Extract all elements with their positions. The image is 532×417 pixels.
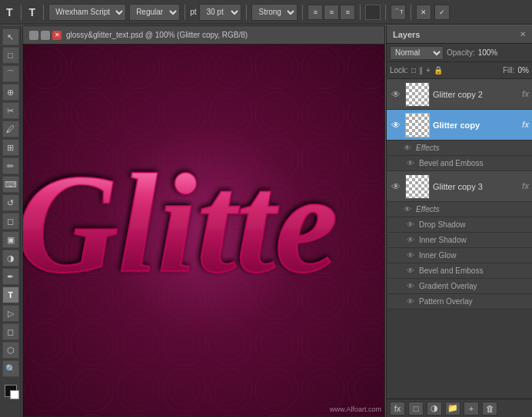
layer-thumbnail-active (405, 113, 430, 137)
lock-icon-3[interactable]: + (426, 66, 431, 74)
effect-name-drop-shadow: Drop Shadow (419, 220, 466, 229)
3d-tool[interactable]: ⬡ (2, 342, 19, 359)
effect-row-bevel-emboss-1[interactable]: 👁 Bevel and Emboss (387, 156, 532, 171)
effect-eye-inner-glow[interactable]: 👁 (405, 250, 416, 261)
blend-mode-select[interactable]: Normal (390, 46, 444, 60)
layers-panel-title: Layers (393, 30, 420, 39)
lock-icon-4[interactable]: 🔒 (434, 66, 443, 74)
clone-tool[interactable]: ⌨ (2, 176, 19, 193)
dodge-tool[interactable]: ◑ (2, 250, 19, 266)
layer-adjustment-btn[interactable]: ◑ (427, 402, 442, 415)
align-group: ≡ ≡ ≡ (308, 5, 355, 20)
move-tool[interactable]: ↖ (2, 28, 19, 45)
pen-tool[interactable]: ✒ (2, 268, 19, 285)
effect-row-gradient-overlay[interactable]: 👁 Gradient Overlay (387, 279, 532, 294)
lock-icon-2[interactable]: ∥ (419, 66, 423, 74)
sep-8 (411, 5, 411, 20)
effect-row-inner-glow[interactable]: 👁 Inner Glow (387, 248, 532, 263)
align-left-btn[interactable]: ≡ (308, 5, 323, 20)
doc-minimize-btn[interactable] (29, 31, 38, 40)
effect-row-bevel-emboss-2[interactable]: 👁 Bevel and Emboss (387, 263, 532, 279)
quick-select-tool[interactable]: ⊕ (2, 84, 19, 101)
layer-new-btn[interactable]: + (464, 402, 479, 415)
font-size-icon: pt (190, 8, 196, 16)
layer-fx-badge-3[interactable]: fx (522, 182, 529, 190)
warp-btn[interactable]: ⌒T (391, 5, 406, 20)
color-tools (5, 385, 17, 399)
font-style-select[interactable]: Regular (129, 4, 180, 21)
layer-group-btn[interactable]: 📁 (445, 402, 461, 415)
effect-eye-pattern[interactable]: 👁 (405, 296, 416, 307)
font-size-select[interactable]: 30 pt (199, 4, 241, 21)
marquee-tool[interactable]: □ (2, 47, 19, 64)
doc-close-btn[interactable]: ✕ (52, 31, 62, 40)
effect-name-pattern: Pattern Overlay (419, 297, 472, 306)
effect-row-inner-shadow[interactable]: 👁 Inner Shadow (387, 233, 532, 248)
layer-name-active: Glitter copy (433, 121, 519, 130)
doc-maximize-btn[interactable] (41, 31, 50, 40)
effect-row-pattern-overlay[interactable]: 👁 Pattern Overlay (387, 294, 532, 309)
path-select-tool[interactable]: ▷ (2, 305, 19, 322)
type-tool-icon: T (3, 6, 16, 18)
type-tool[interactable]: T (2, 286, 19, 303)
history-brush[interactable]: ↺ (2, 194, 19, 211)
sep-2 (43, 5, 44, 20)
layer-fx-badge-active[interactable]: fx (522, 121, 529, 129)
sep-7 (385, 5, 386, 20)
cancel-btn[interactable]: ✕ (416, 5, 431, 20)
lock-icon-1[interactable]: □ (411, 66, 416, 74)
layer-style-btn[interactable]: fx (390, 402, 405, 415)
eyedropper-tool[interactable]: 🖊 (2, 121, 19, 137)
shape-tool[interactable]: ◻ (2, 323, 19, 340)
fill-label: Fill: (503, 66, 515, 74)
type-tool-icon2: T (26, 6, 39, 18)
lasso-tool[interactable]: ⌒ (2, 65, 19, 82)
layer-row-glitter-copy[interactable]: 👁 Glitter copy fx (387, 110, 532, 141)
effect-eye-inner-shadow[interactable]: 👁 (405, 235, 416, 246)
crop-tool[interactable]: ✂ (2, 102, 19, 119)
layer-row-glitter-copy-2[interactable]: 👁 Glitter copy 2 fx (387, 79, 532, 110)
layer-delete-btn[interactable]: 🗑 (482, 402, 497, 415)
layer-thumbnail-3 (405, 174, 430, 199)
effect-eye-icon-2[interactable]: 👁 (402, 204, 413, 215)
thumb-checker-3 (406, 175, 429, 198)
layer-row-glitter-copy-3[interactable]: 👁 Glitter copy 3 fx (387, 171, 532, 202)
layers-panel-header: Layers ✕ (387, 25, 532, 44)
eraser-tool[interactable]: ◻ (2, 213, 19, 230)
brush-tool[interactable]: ✏ (2, 157, 19, 174)
lock-label: Lock: (390, 66, 408, 74)
layer-visibility-eye[interactable]: 👁 (390, 88, 402, 101)
effect-eye-bevel-2[interactable]: 👁 (405, 266, 416, 276)
thumb-checker (406, 83, 429, 106)
lock-fill-row: Lock: □ ∥ + 🔒 Fill: 0% (387, 62, 532, 79)
commit-btn[interactable]: ✓ (434, 5, 450, 20)
font-family-select[interactable]: Wrexham Script (48, 4, 126, 21)
sep-6 (360, 5, 361, 20)
layer-visibility-eye-active[interactable]: 👁 (390, 119, 402, 131)
layer-thumbnail (405, 82, 430, 107)
layer-visibility-eye-3[interactable]: 👁 (390, 180, 402, 193)
effect-eye-gradient[interactable]: 👁 (405, 281, 416, 292)
anti-alias-select[interactable]: Strong (251, 4, 298, 21)
align-center-btn[interactable]: ≡ (324, 5, 339, 20)
effect-eye-icon[interactable]: 👁 (402, 143, 413, 154)
effect-eye-bevel[interactable]: 👁 (405, 158, 416, 169)
effect-row-drop-shadow[interactable]: 👁 Drop Shadow (387, 217, 532, 233)
layer-mask-btn[interactable]: □ (408, 402, 424, 415)
heal-tool[interactable]: ⊞ (2, 139, 19, 156)
layer-fx-badge[interactable]: fx (522, 90, 529, 98)
fill-value: 0% (518, 66, 529, 74)
align-right-btn[interactable]: ≡ (340, 5, 355, 20)
layers-panel-close[interactable]: ✕ (520, 30, 526, 38)
zoom-tool[interactable]: 🔍 (2, 360, 19, 377)
effect-eye-drop-shadow[interactable]: 👁 (405, 220, 416, 230)
effects-header-1: 👁 Effects (387, 141, 532, 156)
gradient-tool[interactable]: ▣ (2, 231, 19, 248)
layers-panel: Layers ✕ Normal Opacity: 100% Lock: □ ∥ … (386, 25, 532, 417)
canvas-background: Glitte Glitte www.Alfoart.com (23, 45, 384, 416)
svg-text:Glitte: Glitte (23, 145, 338, 302)
sep-5 (302, 5, 303, 20)
color-swatch[interactable] (365, 5, 381, 20)
glitter-text: Glitte Glitte (23, 60, 384, 395)
thumb-checker-active (406, 114, 429, 137)
